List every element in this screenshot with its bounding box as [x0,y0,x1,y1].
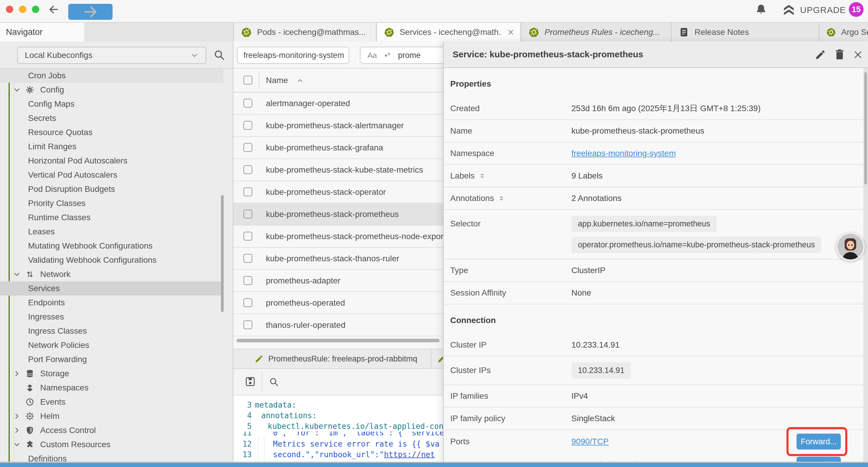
value-chip: 10.233.14.91 [571,362,631,379]
sidebar-item-access-control[interactable]: Access Control [0,423,223,437]
chevron-down-icon[interactable] [13,441,23,448]
table-row-prometheus-adapter[interactable]: prometheus-adapter [234,270,443,292]
sidebar-item-secrets[interactable]: Secrets [0,111,223,125]
property-label: Annotations [450,194,571,203]
sidebar-item-vertical-pod-autoscalers[interactable]: Vertical Pod Autoscalers [0,168,223,182]
row-checkbox[interactable] [243,165,252,174]
tab-close-icon[interactable] [507,28,515,36]
row-checkbox[interactable] [243,143,252,152]
edit-button[interactable] [815,49,826,60]
row-checkbox[interactable] [243,209,252,218]
back-arrow-icon[interactable] [48,4,59,15]
drawer-scrollbar[interactable] [863,68,868,465]
sidebar-item-services[interactable]: Services [0,282,223,296]
port-link-9090-tcp[interactable]: 9090/TCP [571,437,609,446]
sidebar-item-config-maps[interactable]: Config Maps [0,97,223,111]
sidebar-item-resource-quotas[interactable]: Resource Quotas [0,125,223,140]
table-row-kube-prometheus-stack-prometheus[interactable]: kube-prometheus-stack-prometheus [234,203,443,226]
sidebar-item-helm[interactable]: Helm [0,409,223,423]
sidebar-item-validating-webhook-configurations[interactable]: Validating Webhook Configurations [0,253,223,267]
sidebar-item-mutating-webhook-configurations[interactable]: Mutating Webhook Configurations [0,239,223,253]
table-row-kube-prometheus-stack-alertmanager[interactable]: kube-prometheus-stack-alertmanager [234,115,443,137]
sort-toggle-icon[interactable] [498,195,505,202]
sidebar-scrollbar[interactable] [221,195,224,312]
tab-pods-icecheng-mathmas[interactable]: Pods - icecheng@mathmas... [234,23,375,41]
delete-button[interactable] [834,49,845,60]
save-icon[interactable] [245,376,256,387]
traffic-light-minimize[interactable] [19,6,26,13]
tab-release-notes[interactable]: Release Notes [671,23,818,41]
traffic-light-zoom[interactable] [32,6,39,13]
sidebar-item-events[interactable]: Events [0,395,223,409]
row-checkbox[interactable] [243,187,252,196]
tab-argo-se[interactable]: Argo Se [819,23,868,41]
sort-toggle-icon[interactable] [479,173,486,179]
table-row-alertmanager-operated[interactable]: alertmanager-operated [234,92,443,115]
forward-button[interactable]: Forward... [797,434,841,449]
traffic-light-close[interactable] [6,6,13,13]
sidebar-search-icon[interactable] [213,49,225,61]
sidebar-item-priority-classes[interactable]: Priority Classes [0,196,223,210]
match-case-toggle[interactable]: Aa [368,51,377,60]
sidebar-item-horizontal-pod-autoscalers[interactable]: Horizontal Pod Autoscalers [0,154,223,168]
notifications-bell-icon[interactable] [755,4,767,16]
table-row-kube-prometheus-stack-grafana[interactable]: kube-prometheus-stack-grafana [234,137,443,159]
sidebar-item-config[interactable]: Config [0,83,223,97]
regex-toggle[interactable]: ▪* [385,51,390,60]
sidebar-item-custom-resources[interactable]: Custom Resources [0,437,223,451]
sidebar-item-network[interactable]: Network [0,267,223,282]
upgrade-button[interactable]: UPGRADE [782,3,846,17]
sidebar-item-cron-jobs[interactable]: Cron Jobs [0,68,223,83]
editor-search-icon[interactable] [269,377,279,387]
sidebar-item-port-forwarding[interactable]: Port Forwarding [0,352,223,367]
sidebar-item-network-policies[interactable]: Network Policies [0,338,223,352]
sidebar-item-runtime-classes[interactable]: Runtime Classes [0,210,223,225]
row-checkbox[interactable] [243,254,252,263]
sidebar-item-pod-disruption-budgets[interactable]: Pod Disruption Budgets [0,182,223,196]
sidebar-item-limit-ranges[interactable]: Limit Ranges [0,140,223,154]
edit-pencil-icon[interactable] [437,354,443,363]
search-query[interactable]: prome [398,51,421,60]
sidebar-item-namespaces[interactable]: Namespaces [0,381,223,395]
sidebar-item-endpoints[interactable]: Endpoints [0,296,223,310]
row-checkbox[interactable] [243,320,252,329]
chevron-down-icon[interactable] [13,270,23,278]
table-row-kube-prometheus-stack-kube-state-metrics[interactable]: kube-prometheus-stack-kube-state-metrics [234,159,443,181]
chevron-right-icon[interactable] [13,427,23,434]
tab-navigator[interactable]: Navigator [0,23,84,41]
sidebar-item-ingresses[interactable]: Ingresses [0,310,223,324]
horizontal-scrollbar[interactable] [236,339,440,342]
table-row-kube-prometheus-stack-prometheus-node-exporter[interactable]: kube-prometheus-stack-prometheus-node-ex… [234,226,443,248]
row-checkbox[interactable] [243,298,252,307]
select-all-checkbox[interactable] [243,76,252,85]
sort-ascending-icon[interactable] [297,77,304,84]
editor-tab-title[interactable]: PrometheusRule: freeleaps-prod-rabbitmq [268,349,417,368]
table-row-kube-prometheus-stack-thanos-ruler[interactable]: kube-prometheus-stack-thanos-ruler [234,248,443,270]
kubeconfig-select[interactable]: Local Kubeconfigs [17,47,206,64]
row-checkbox[interactable] [243,276,252,285]
namespace-select[interactable]: freeleaps-monitoring-system [237,47,349,64]
chevron-down-icon[interactable] [13,86,23,94]
row-checkbox[interactable] [243,232,252,241]
row-checkbox[interactable] [243,121,252,130]
row-checkbox[interactable] [243,99,252,108]
table-row-thanos-ruler-operated[interactable]: thanos-ruler-operated [234,314,443,337]
chevron-right-icon[interactable] [13,412,23,420]
forward-arrow-icon[interactable] [68,4,113,20]
list-search-input[interactable]: Aa ▪* prome [360,47,443,64]
avatar[interactable] [836,232,865,261]
tab-services-icecheng-math[interactable]: Services - icecheng@math... [376,23,520,41]
column-header-name[interactable]: Name [266,68,288,92]
chevron-right-icon[interactable] [13,370,23,377]
close-button[interactable] [852,49,863,60]
yaml-editor[interactable]: 3metadata:4annotations:5kubectl.kubernet… [234,396,443,467]
drawer-scrollbar-thumb[interactable] [864,72,867,184]
count-badge[interactable]: 15 [849,2,864,17]
namespace-link[interactable]: freeleaps-monitoring-system [571,149,676,158]
sidebar-item-storage[interactable]: Storage [0,367,223,381]
table-row-kube-prometheus-stack-operator[interactable]: kube-prometheus-stack-operator [234,181,443,203]
sidebar-item-leases[interactable]: Leases [0,225,223,239]
sidebar-item-ingress-classes[interactable]: Ingress Classes [0,324,223,338]
table-row-prometheus-operated[interactable]: prometheus-operated [234,292,443,314]
tab-prometheus-rules-icecheng[interactable]: Prometheus Rules - icecheng... [521,23,670,41]
